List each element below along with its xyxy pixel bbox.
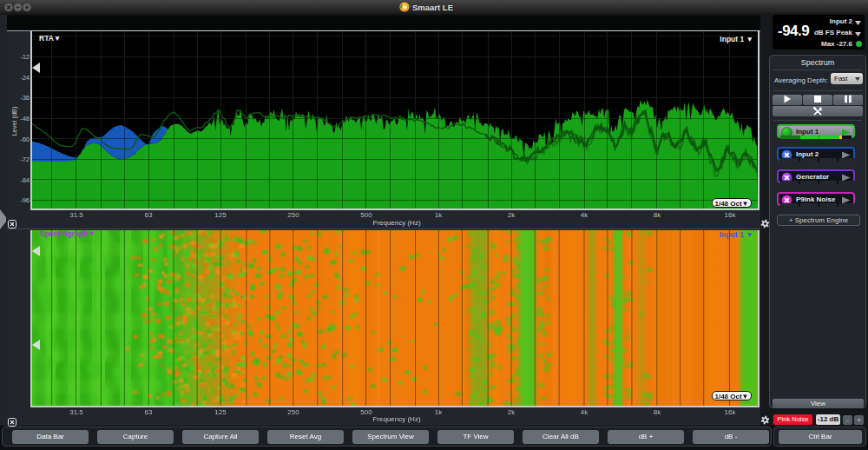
svg-text:Smaart LE: Smaart LE [412, 3, 453, 12]
